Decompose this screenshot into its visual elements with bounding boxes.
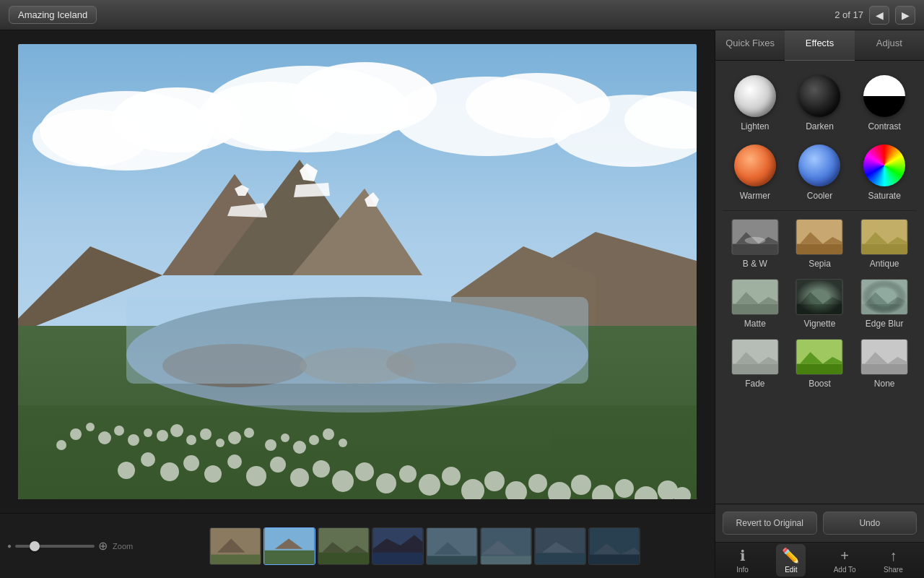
svg-rect-113 (732, 304, 777, 314)
edit-button[interactable]: ✏️ Edit (776, 544, 806, 577)
svg-rect-106 (797, 244, 842, 254)
saturate-label: Saturate (868, 191, 900, 201)
bottom-toolbar: ℹ Info ✏️ Edit + Add To ↑ Share (715, 542, 924, 578)
vignette-thumb (796, 279, 843, 315)
matte-thumb (731, 279, 779, 315)
thumbnail-5[interactable] (426, 527, 478, 565)
header-bar: Amazing Iceland 2 of 17 ◀ ▶ Quick Fixes … (0, 0, 924, 30)
effect-contrast[interactable]: Contrast (855, 72, 914, 135)
svg-point-103 (744, 237, 765, 244)
warmer-label: Warmer (740, 191, 770, 201)
filter-fade[interactable]: Fade (725, 337, 785, 391)
zoom-controls: ● ⊕ Zoom (7, 539, 133, 553)
undo-button[interactable]: Undo (823, 512, 918, 535)
bw-label: B & W (743, 259, 767, 269)
tab-quick-fixes-right[interactable]: Quick Fixes (715, 30, 785, 61)
filter-vignette[interactable]: Vignette (790, 277, 849, 331)
main-content: ● ⊕ Zoom (0, 30, 924, 578)
photo-display (0, 30, 715, 513)
sepia-label: Sepia (808, 259, 831, 269)
share-label: Share (884, 566, 903, 574)
thumbnail-8[interactable] (588, 527, 640, 565)
boost-thumb (796, 339, 843, 375)
zoom-thumb[interactable] (30, 541, 40, 551)
share-button[interactable]: ↑ Share (884, 548, 903, 574)
share-icon: ↑ (889, 548, 897, 564)
vignette-label: Vignette (804, 319, 836, 329)
none-thumb (860, 339, 908, 375)
right-panel: Quick Fixes Effects Adjust Lighten Darke… (715, 30, 924, 578)
svg-rect-27 (126, 297, 588, 384)
svg-rect-128 (797, 364, 842, 374)
effect-saturate[interactable]: Saturate (855, 141, 914, 204)
filter-none[interactable]: None (855, 337, 914, 391)
effect-lighten[interactable]: Lighten (725, 72, 785, 135)
thumbnail-4[interactable] (372, 527, 424, 565)
svg-rect-90 (427, 556, 476, 564)
antique-label: Antique (870, 259, 899, 269)
thumbnail-3[interactable] (318, 527, 370, 565)
revert-button[interactable]: Revert to Original (723, 512, 817, 535)
antique-thumb (860, 219, 908, 255)
effects-row-1: Lighten Darken Contrast (723, 72, 917, 135)
filter-edge-blur[interactable]: Edge Blur (855, 277, 914, 331)
svg-rect-117 (797, 280, 842, 314)
lighten-sphere (734, 75, 776, 117)
warmer-sphere (734, 144, 776, 186)
add-to-label: Add To (834, 566, 856, 574)
info-button[interactable]: ℹ Info (736, 547, 749, 574)
boost-label: Boost (808, 379, 831, 389)
thumbnail-strip (141, 527, 707, 565)
svg-rect-84 (318, 552, 368, 564)
svg-rect-102 (732, 244, 777, 254)
svg-rect-131 (861, 364, 907, 374)
add-to-button[interactable]: + Add To (834, 548, 856, 574)
divider-1 (723, 210, 917, 211)
info-icon: ℹ (740, 547, 746, 564)
filters-row-3: Fade Boost None (723, 337, 917, 391)
filters-row-1: B & W Sepia Antique (723, 217, 917, 271)
svg-marker-18 (294, 183, 330, 197)
next-button[interactable]: ▶ (895, 6, 915, 25)
effect-cooler[interactable]: Cooler (790, 141, 849, 204)
svg-rect-81 (264, 550, 314, 564)
image-area: ● ⊕ Zoom (0, 30, 715, 578)
photo-counter: 2 of 17 (834, 9, 863, 20)
prev-button[interactable]: ◀ (869, 6, 889, 25)
thumbnail-7[interactable] (534, 527, 586, 565)
main-photo (18, 44, 697, 499)
filter-boost[interactable]: Boost (790, 337, 849, 391)
filter-bw[interactable]: B & W (725, 217, 785, 271)
tab-effects-right[interactable]: Effects (785, 30, 854, 61)
effect-warmer[interactable]: Warmer (725, 141, 785, 204)
edge-blur-thumb (860, 279, 908, 315)
nav-controls: 2 of 17 ◀ ▶ (834, 6, 915, 25)
thumbnail-6[interactable] (480, 527, 532, 565)
thumbnail-1[interactable] (209, 527, 261, 565)
svg-point-3 (32, 109, 148, 167)
fade-thumb (731, 339, 779, 375)
effect-darken[interactable]: Darken (790, 72, 849, 135)
filter-sepia[interactable]: Sepia (790, 217, 849, 271)
darken-label: Darken (806, 121, 834, 131)
svg-rect-99 (589, 554, 639, 564)
filter-matte[interactable]: Matte (725, 277, 785, 331)
add-to-icon: + (840, 548, 849, 564)
sepia-thumb (796, 219, 843, 255)
panel-tab-row: Quick Fixes Effects Adjust (715, 30, 924, 61)
tab-adjust-right[interactable]: Adjust (855, 30, 924, 61)
darken-sphere (798, 75, 840, 117)
thumbnail-2[interactable] (263, 527, 315, 565)
none-label: None (874, 379, 895, 389)
svg-rect-93 (481, 556, 531, 564)
cooler-sphere (798, 144, 840, 186)
contrast-label: Contrast (868, 121, 900, 131)
album-title: Amazing Iceland (9, 6, 97, 24)
zoom-slider[interactable] (15, 545, 95, 548)
filter-antique[interactable]: Antique (855, 217, 914, 271)
svg-rect-110 (861, 220, 907, 254)
cooler-label: Cooler (807, 191, 832, 201)
svg-rect-86 (372, 552, 422, 564)
matte-label: Matte (744, 319, 766, 329)
zoom-min-icon: ● (7, 542, 12, 550)
